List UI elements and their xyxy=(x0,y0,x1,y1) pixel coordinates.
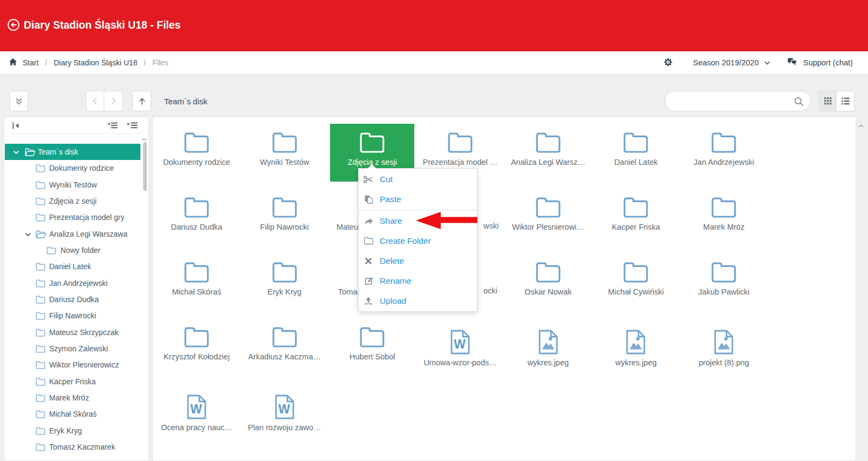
expand-all-icon[interactable] xyxy=(127,122,138,131)
file-name: wykres.jpeg xyxy=(501,358,596,367)
tree-item[interactable]: Analiza Legi Warszawa xyxy=(5,226,140,242)
tree-item[interactable]: Wyniki Testów xyxy=(5,177,140,193)
file-tile[interactable]: Dokumenty rodzice xyxy=(154,124,239,182)
file-tile[interactable]: Michał Cywiński xyxy=(594,253,678,311)
context-menu-item-paste[interactable]: Paste xyxy=(359,189,477,209)
file-tile[interactable]: Arkadiusz Kaczma… xyxy=(243,318,327,376)
tree-item[interactable]: Kacper Friska xyxy=(5,373,140,390)
tree-item[interactable]: Prezentacja model gry xyxy=(5,209,140,225)
search-input[interactable] xyxy=(674,92,793,110)
context-menu-item-create-folder[interactable]: Create Folder xyxy=(359,231,477,251)
season-label: Season 2019/2020 xyxy=(693,58,759,67)
chevron-down-icon[interactable] xyxy=(25,231,31,239)
collapse-all-icon[interactable] xyxy=(107,122,118,131)
file-tile[interactable]: wykres.jpeg xyxy=(594,318,678,376)
expand-toolbar-button[interactable] xyxy=(10,91,28,111)
menu-item-label: Share xyxy=(380,216,402,226)
file-name: projekt (8).png xyxy=(676,358,771,367)
tree-item-label: Daniel Latek xyxy=(49,262,91,271)
menu-item-label: Create Folder xyxy=(380,236,431,246)
file-tile[interactable]: Jan Andrzejewski xyxy=(682,124,766,182)
file-name: Arkadiusz Kaczma… xyxy=(237,352,332,361)
file-tile[interactable]: WPlan rozwoju zawo… xyxy=(243,383,327,441)
context-menu-item-delete[interactable]: Delete xyxy=(359,251,477,271)
folder-icon xyxy=(36,263,45,272)
image-file-icon xyxy=(714,330,734,357)
back-nav-button[interactable] xyxy=(86,91,104,111)
context-menu-item-upload[interactable]: Upload xyxy=(359,291,477,311)
tree-item[interactable]: Daniel Latek xyxy=(5,258,140,275)
file-tile[interactable]: Jakub Pawlicki xyxy=(682,253,766,311)
file-name: Prezentacja model … xyxy=(413,158,508,166)
chevron-down-icon[interactable] xyxy=(13,149,19,157)
context-menu-item-rename[interactable]: Rename xyxy=(359,271,477,291)
menu-item-label: Rename xyxy=(380,276,412,286)
breadcrumb-team[interactable]: Diary Stadion Śląski U18 xyxy=(53,58,137,67)
up-folder-button[interactable] xyxy=(132,91,151,111)
back-icon[interactable] xyxy=(7,18,20,31)
tree-item[interactable]: Dokumenty rodzice xyxy=(5,160,140,176)
tree-item[interactable]: Dariusz Dudka xyxy=(5,291,140,308)
breadcrumb-bar: Start / Diary Stadion Śląski U18 / Files… xyxy=(0,51,868,75)
grid-view-button[interactable] xyxy=(819,91,837,111)
current-folder-label: Team`s disk xyxy=(164,91,207,111)
folder-icon xyxy=(272,262,297,285)
tree-item[interactable]: Team`s disk xyxy=(5,144,140,160)
file-tile[interactable]: WUmowa-wzor-pods… xyxy=(418,318,502,376)
file-tile[interactable]: Oskar Nowak xyxy=(506,253,590,311)
file-tile[interactable]: Filip Nawrocki xyxy=(243,189,327,246)
tree-item[interactable]: Mateusz Skrzypczak xyxy=(5,324,140,340)
file-tile[interactable]: projekt (8).png xyxy=(682,318,766,376)
season-selector[interactable]: Season 2019/2020 xyxy=(664,51,770,74)
tree-item[interactable]: Nowy folder xyxy=(5,242,140,258)
file-name: Analiza Legi Warsz… xyxy=(501,158,596,166)
file-tile[interactable]: wykres.jpeg xyxy=(506,318,590,376)
tree-item[interactable]: Zdjęcia z sesji xyxy=(5,193,140,209)
tree-item[interactable]: Szymon Zalewski xyxy=(5,340,140,357)
collapse-sidebar-icon[interactable] xyxy=(12,122,19,132)
file-tile[interactable]: Daniel Latek xyxy=(594,124,678,182)
folder-icon xyxy=(36,443,45,453)
search-icon xyxy=(794,97,804,109)
file-tile[interactable]: Wyniki Testów xyxy=(243,124,327,182)
file-tile[interactable]: Wiktor Plesnierowi… xyxy=(506,189,590,246)
pencil-icon xyxy=(364,277,373,285)
file-tile[interactable]: Eryk Kryg xyxy=(243,253,327,311)
tree-item[interactable]: Michał Skóraś xyxy=(5,406,140,422)
file-tile[interactable]: Hubert Sobol xyxy=(330,318,414,376)
file-tile[interactable]: Krzysztof Kołodziej xyxy=(154,318,239,376)
file-name: Kacper Friska xyxy=(588,223,683,231)
context-menu-item-cut[interactable]: Cut xyxy=(359,169,477,189)
folder-icon xyxy=(272,326,297,350)
file-name: Dokumenty rodzice xyxy=(149,158,244,166)
tree-item-label: Zdjęcia z sesji xyxy=(49,197,97,205)
tree-item-label: Dariusz Dudka xyxy=(49,295,99,304)
tree-item[interactable]: Jan Andrzejewski xyxy=(5,275,140,291)
sidebar-scrollbar[interactable] xyxy=(143,142,147,191)
share-arrow-icon xyxy=(364,217,373,225)
tree-item[interactable]: Tomasz Kaczmarek xyxy=(5,439,140,455)
file-tile[interactable]: WOcena pracy nauc… xyxy=(154,383,239,441)
forward-nav-button[interactable] xyxy=(104,91,123,111)
folder-open-icon xyxy=(25,148,36,158)
file-tile[interactable]: Michał Skóraś xyxy=(154,253,239,311)
file-tile[interactable]: Kacper Friska xyxy=(594,189,678,246)
support-link[interactable]: Support (chat) xyxy=(788,51,853,74)
menu-item-label: Cut xyxy=(380,175,393,184)
file-tile[interactable]: Analiza Legi Warsz… xyxy=(506,124,590,182)
list-view-button[interactable] xyxy=(836,91,854,111)
home-icon[interactable] xyxy=(9,58,17,68)
file-tile[interactable]: Dariusz Dudka xyxy=(154,189,239,246)
main-scroll-up-icon[interactable] xyxy=(858,121,864,130)
folder-icon xyxy=(711,262,736,285)
file-tile[interactable]: Marek Mróz xyxy=(682,189,766,246)
folder-icon xyxy=(711,132,736,156)
tree-item[interactable]: Filip Nawrocki xyxy=(5,308,140,324)
tree-item[interactable]: Marek Mróz xyxy=(5,390,140,406)
tree-item[interactable]: Wiktor Plesnierowicz xyxy=(5,357,140,373)
page-title: Diary Stadion Śląski U18 - Files xyxy=(24,19,180,31)
tree-item[interactable]: Eryk Kryg xyxy=(5,423,140,439)
folder-icon xyxy=(36,213,45,223)
folder-icon xyxy=(36,197,45,207)
breadcrumb-start[interactable]: Start xyxy=(23,58,39,67)
